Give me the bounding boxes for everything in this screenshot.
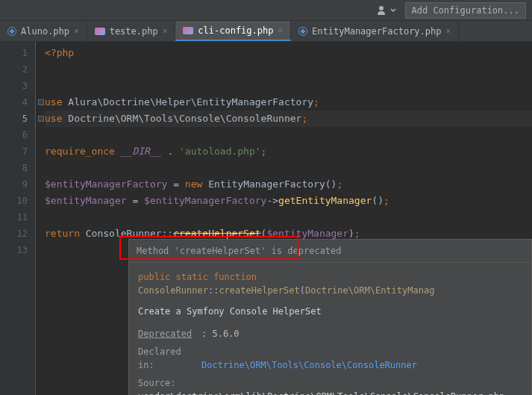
line-number: 1 [0, 45, 28, 61]
tab-cli-config[interactable]: cli-config.php × [175, 21, 291, 41]
tab-label: teste.php [110, 26, 158, 37]
declared-in-row: Declared in:Doctrine\ORM\Tools\Console\C… [138, 345, 522, 372]
method-description: Create a Symfony Console HelperSet [138, 305, 522, 318]
tab-aluno[interactable]: Aluno.php × [0, 21, 87, 41]
line-number: 4 [0, 94, 28, 111]
line-number: 10 [0, 193, 28, 209]
tab-label: Aluno.php [21, 26, 69, 37]
method-signature: public static function ConsoleRunner::cr… [138, 270, 522, 297]
php-file-icon [7, 27, 16, 36]
code-line: $entityManagerFactory = new EntityManage… [45, 176, 532, 193]
code-line: <?php [45, 45, 532, 61]
deprecated-warning: Method 'createHelperSet' is deprecated [129, 240, 531, 263]
documentation-tooltip: Method 'createHelperSet' is deprecated p… [128, 239, 532, 395]
user-icon[interactable] [377, 5, 396, 16]
line-number: 9 [0, 176, 28, 193]
close-icon[interactable]: × [74, 26, 79, 36]
close-icon[interactable]: × [445, 26, 451, 36]
tooltip-body: public static function ConsoleRunner::cr… [129, 263, 531, 395]
source-row: Source:vendor\doctrine\orm\lib\Doctrine\… [138, 376, 522, 395]
deprecated-row: Deprecated: 5.6.0 [138, 327, 522, 340]
code-line: use Doctrine\ORM\Tools\Console\ConsoleRu… [45, 111, 532, 127]
tab-label: EntityManagerFactory.php [312, 26, 441, 37]
tab-teste[interactable]: teste.php × [87, 21, 176, 41]
php-file-icon [298, 27, 307, 36]
fold-icon[interactable] [38, 99, 44, 105]
line-number: 2 [0, 61, 28, 78]
php-file-icon [183, 27, 193, 34]
close-icon[interactable]: × [163, 26, 168, 36]
code-line [45, 209, 532, 226]
code-line: $entityManager = $entityManagerFactory->… [45, 193, 532, 209]
code-line: require_once __DIR__ . 'autoload.php'; [45, 143, 532, 160]
line-number: 13 [0, 242, 28, 258]
svg-point-0 [379, 6, 384, 10]
tab-label: cli-config.php [198, 25, 273, 36]
editor-tabs: Aluno.php × teste.php × cli-config.php ×… [0, 21, 532, 42]
line-number: 3 [0, 78, 28, 94]
code-line [45, 78, 532, 94]
fold-icon[interactable] [38, 116, 44, 122]
line-number: 12 [0, 226, 28, 242]
line-number: 6 [0, 127, 28, 143]
code-line [45, 127, 532, 143]
declared-in-link[interactable]: Doctrine\ORM\Tools\Console\ConsoleRunner [201, 360, 417, 370]
line-number: 8 [0, 160, 28, 176]
close-icon[interactable]: × [278, 25, 283, 35]
code-line [45, 160, 532, 176]
add-configuration-button[interactable]: Add Configuration... [405, 2, 527, 19]
line-number: 7 [0, 143, 28, 160]
code-line: use Alura\Doctrine\Helper\EntityManagerF… [45, 94, 532, 111]
toolbar: Add Configuration... [0, 0, 532, 21]
line-number: 11 [0, 209, 28, 226]
php-file-icon [95, 28, 105, 35]
line-gutter: 1 2 3 4 5 6 7 8 9 10 11 12 13 [0, 42, 36, 395]
line-number: 5 [0, 111, 28, 127]
tab-entitymanagerfactory[interactable]: EntityManagerFactory.php × [291, 21, 459, 41]
code-line [45, 61, 532, 78]
